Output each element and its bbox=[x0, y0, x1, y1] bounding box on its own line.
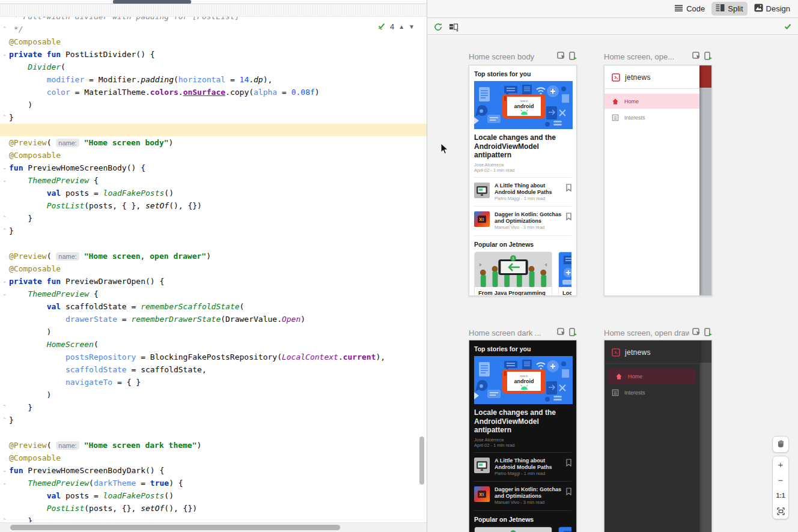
fold-marker-icon[interactable]: ⌄ bbox=[1, 275, 8, 288]
code-viewport[interactable]: * Full-width divider with padding for [P… bbox=[0, 17, 427, 522]
code-line[interactable]: @Preview( name: "Home screen dark theme"… bbox=[0, 439, 427, 452]
refresh-preview-icon[interactable] bbox=[433, 22, 443, 34]
code-line[interactable]: ⌃ } bbox=[0, 401, 427, 414]
zoom-out-button[interactable]: − bbox=[773, 472, 788, 488]
code-line[interactable]: @Composable bbox=[0, 149, 427, 162]
code-line[interactable]: color = MaterialTheme.colors.onSurface.c… bbox=[0, 86, 427, 98]
post-list-item[interactable]: A Little Thing about Android Module Path… bbox=[474, 456, 571, 478]
fold-marker-icon[interactable]: ⌄ bbox=[1, 174, 8, 187]
bookmark-icon[interactable] bbox=[566, 459, 571, 467]
editor-horizontal-scrollbar[interactable] bbox=[10, 525, 340, 530]
next-problem-icon[interactable]: ▼ bbox=[409, 23, 415, 30]
code-line[interactable]: * Full-width divider with padding for [P… bbox=[0, 17, 427, 23]
post-list-item[interactable]: Dagger in Kotlin: Gotchas and Optimizati… bbox=[474, 485, 571, 507]
inspections-widget[interactable]: 4 ▲ ▼ bbox=[376, 21, 416, 32]
code-line[interactable]: @Preview( name: "Home screen, open drawe… bbox=[0, 250, 427, 262]
popular-card[interactable]: Loca AndrJose AlApril 0 bbox=[558, 527, 571, 532]
code-line[interactable]: ⌄ ThemedPreview { bbox=[0, 174, 427, 187]
code-line[interactable]: ⌃ } bbox=[0, 212, 427, 225]
fold-marker-icon[interactable]: ⌃ bbox=[1, 515, 8, 522]
zoom-in-button[interactable]: + bbox=[773, 456, 788, 472]
interactive-preview-button[interactable] bbox=[557, 328, 565, 337]
fold-marker-icon[interactable]: ⌄ bbox=[1, 162, 8, 174]
code-line[interactable] bbox=[0, 124, 427, 136]
code-line[interactable]: ) bbox=[0, 388, 427, 401]
code-line[interactable]: ⌄private fun PostListDivider() { bbox=[0, 48, 427, 61]
popular-card[interactable]: 1From Java Programming Langua...Florina … bbox=[474, 252, 552, 297]
fold-marker-icon[interactable]: ⌄ bbox=[1, 464, 8, 477]
code-line[interactable] bbox=[0, 237, 427, 250]
run-on-device-button[interactable] bbox=[704, 328, 712, 338]
code-line[interactable]: ) bbox=[0, 325, 427, 338]
code-line[interactable]: ⌄fun PreviewHomeScreenBody() { bbox=[0, 162, 427, 174]
code-line[interactable]: ⌄ ThemedPreview(darkTheme = true) { bbox=[0, 477, 427, 489]
code-line[interactable]: val posts = loadFakePosts() bbox=[0, 489, 427, 502]
code-line[interactable]: Divider( bbox=[0, 61, 427, 73]
zoom-to-fit-button[interactable] bbox=[773, 503, 788, 519]
view-mode-code[interactable]: Code bbox=[670, 2, 709, 16]
popular-carousel[interactable]: 1From Java Programming Langua...Florina … bbox=[474, 527, 571, 532]
interactive-preview-button[interactable] bbox=[692, 52, 701, 61]
fold-marker-icon[interactable]: ⌃ bbox=[1, 212, 8, 225]
fold-marker-icon[interactable]: ⌄ bbox=[1, 48, 8, 61]
previous-problem-icon[interactable]: ▲ bbox=[398, 23, 404, 30]
preview-card-1[interactable]: Top stories for younow inandroidLocale c… bbox=[469, 65, 577, 296]
popular-carousel[interactable]: 1From Java Programming Langua...Florina … bbox=[474, 252, 571, 297]
code-line[interactable]: ⌄fun PreviewHomeScreenBodyDark() { bbox=[0, 464, 427, 477]
popular-card[interactable]: Loca AndrJose AlApril 0 bbox=[558, 252, 571, 297]
bookmark-icon[interactable] bbox=[566, 213, 571, 220]
interactive-preview-button[interactable] bbox=[557, 52, 565, 61]
code-line[interactable]: @Composable bbox=[0, 262, 427, 275]
code-line[interactable]: drawerState = rememberDrawerState(Drawer… bbox=[0, 313, 427, 325]
fold-marker-icon[interactable]: ⌃ bbox=[1, 414, 8, 426]
fold-marker-icon[interactable]: ⌃ bbox=[1, 23, 8, 35]
code-line[interactable]: val scaffoldState = rememberScaffoldStat… bbox=[0, 300, 427, 313]
run-on-device-button[interactable] bbox=[568, 328, 577, 338]
drawer-item-interests[interactable]: Interests bbox=[605, 385, 699, 400]
bookmark-icon[interactable] bbox=[566, 488, 571, 495]
zoom-actual-size-button[interactable]: 1:1 bbox=[773, 488, 788, 503]
fold-marker-icon[interactable]: ⌄ bbox=[1, 477, 8, 489]
code-line[interactable]: ⌃} bbox=[0, 414, 427, 426]
drawer-item-interests[interactable]: Interests bbox=[605, 110, 699, 125]
fold-marker-icon[interactable]: ⌃ bbox=[1, 111, 8, 124]
preview-card-2[interactable]: jetnewsHomeInterests bbox=[604, 65, 712, 296]
bookmark-icon[interactable] bbox=[566, 184, 571, 192]
code-line[interactable]: @Composable bbox=[0, 35, 427, 48]
run-on-device-button[interactable] bbox=[568, 52, 577, 62]
fold-marker-icon[interactable]: ⌃ bbox=[1, 225, 8, 237]
code-line[interactable]: ⌃ */ bbox=[0, 23, 427, 35]
code-line[interactable]: @Preview( name: "Home screen body") bbox=[0, 136, 427, 149]
fold-marker-icon[interactable]: ⌄ bbox=[1, 288, 8, 300]
post-list-item[interactable]: Dagger in Kotlin: Gotchas and Optimizati… bbox=[474, 210, 571, 232]
popular-card[interactable]: 1From Java Programming Langua...Florina … bbox=[474, 527, 552, 532]
fold-marker-icon[interactable]: ⌃ bbox=[1, 401, 8, 414]
code-line[interactable]: ⌃} bbox=[0, 111, 427, 124]
drawer-item-home[interactable]: Home bbox=[605, 94, 699, 109]
preview-card-4[interactable]: jetnewsHomeInterests bbox=[604, 340, 712, 532]
preview-card-3[interactable]: Top stories for younow inandroidLocale c… bbox=[469, 340, 577, 532]
code-line[interactable]: postsRepository = BlockingFakePostsRepos… bbox=[0, 351, 427, 363]
code-line[interactable]: scaffoldState = scaffoldState, bbox=[0, 363, 427, 376]
drawer-item-home[interactable]: Home bbox=[608, 369, 696, 384]
code-line[interactable]: PostList(posts, { }, setOf(), {}) bbox=[0, 199, 427, 212]
run-on-device-button[interactable] bbox=[704, 52, 712, 62]
code-line[interactable]: navigateTo = { } bbox=[0, 376, 427, 388]
code-line[interactable]: HomeScreen( bbox=[0, 338, 427, 351]
code-line[interactable]: modifier = Modifier.padding(horizontal =… bbox=[0, 73, 427, 86]
code-line[interactable]: ⌄ ThemedPreview { bbox=[0, 288, 427, 300]
post-list-item[interactable]: A Little Thing about Android Module Path… bbox=[474, 181, 571, 203]
pan-button[interactable] bbox=[772, 436, 789, 453]
code-line[interactable]: ⌃ } bbox=[0, 515, 427, 522]
code-line[interactable] bbox=[0, 426, 427, 439]
view-mode-split[interactable]: Split bbox=[711, 2, 747, 16]
code-line[interactable]: ⌃} bbox=[0, 225, 427, 237]
code-line[interactable]: @Composable bbox=[0, 452, 427, 464]
code-line[interactable]: ⌄private fun PreviewDrawerOpen() { bbox=[0, 275, 427, 288]
editor-vertical-scrollbar[interactable] bbox=[419, 437, 424, 485]
interactive-preview-button[interactable] bbox=[692, 328, 701, 337]
code-line[interactable]: ) bbox=[0, 98, 427, 111]
code-line[interactable]: PostList(posts, {}, setOf(), {}) bbox=[0, 502, 427, 515]
view-mode-design[interactable]: Design bbox=[750, 2, 794, 16]
code-line[interactable]: val posts = loadFakePosts() bbox=[0, 187, 427, 199]
